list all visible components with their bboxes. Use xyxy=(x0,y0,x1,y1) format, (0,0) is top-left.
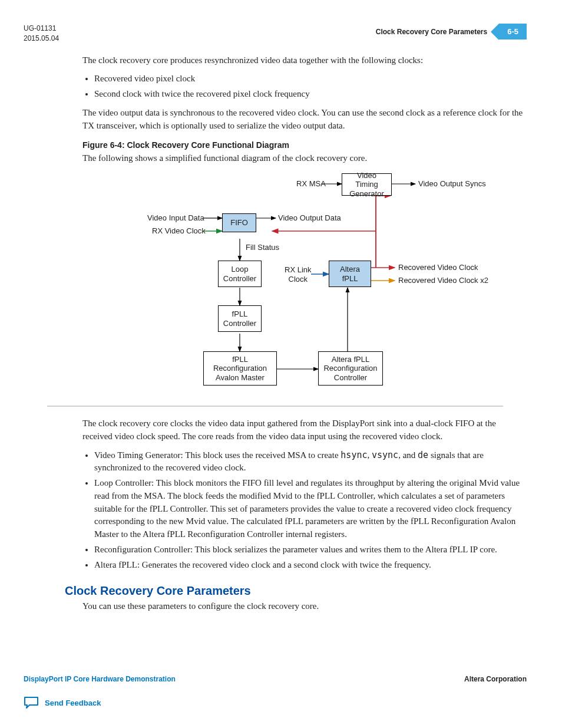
list-item: Video Timing Generator: This block uses … xyxy=(94,449,527,475)
list-item: Altera fPLL: Generates the recovered vid… xyxy=(94,559,527,572)
text-fragment: , xyxy=(367,450,372,460)
label-rx-msa: RX MSA xyxy=(296,179,326,188)
figure-intro: The following shows a simplified functio… xyxy=(82,152,527,165)
figure-caption: Figure 6-4: Clock Recovery Core Function… xyxy=(82,140,527,150)
label-video-output-data: Video Output Data xyxy=(278,213,341,222)
label-rx-link-clock: RX LinkClock xyxy=(285,265,312,284)
page-footer: DisplayPort IP Core Hardware Demonstrati… xyxy=(24,675,527,709)
speech-bubble-icon xyxy=(24,696,39,709)
label-video-input-data: Video Input Data xyxy=(147,213,204,222)
functional-diagram: Video TimingGenerator FIFO LoopControlle… xyxy=(100,171,513,401)
list-item: Loop Controller: This block monitors the… xyxy=(94,477,527,541)
footer-chapter-link[interactable]: DisplayPort IP Core Hardware Demonstrati… xyxy=(24,675,176,683)
box-video-timing-generator: Video TimingGenerator xyxy=(342,173,392,196)
box-altera-fpll-reconfig-controller: Altera fPLLReconfigurationController xyxy=(318,351,383,386)
intro-paragraph: The clock recovery core produces resynch… xyxy=(82,54,527,67)
section-intro: You can use these parameters to configur… xyxy=(82,600,527,613)
list-item: Recovered video pixel clock xyxy=(94,73,527,85)
box-altera-fpll: Altera fPLL xyxy=(329,261,371,287)
box-loop-controller: LoopController xyxy=(218,261,262,287)
page-header: UG-01131 2015.05.04 Clock Recovery Core … xyxy=(24,24,527,44)
intro-paragraph-2: The video output data is synchronous to … xyxy=(82,107,527,133)
label-recovered-video-clock-x2: Recovered Video Clock x2 xyxy=(398,276,488,285)
footer-company: Altera Corporation xyxy=(464,675,527,683)
label-video-output-syncs: Video Output Syncs xyxy=(418,179,486,188)
box-fifo: FIFO xyxy=(222,213,256,232)
doc-date: 2015.05.04 xyxy=(24,34,59,44)
header-section-title: Clock Recovery Core Parameters xyxy=(376,28,487,36)
label-fill-status: Fill Status xyxy=(246,243,279,252)
box-fpll-reconfig-master: fPLLReconfigurationAvalon Master xyxy=(203,351,277,386)
send-feedback-label: Send Feedback xyxy=(45,699,101,707)
description-bullet-list: Video Timing Generator: This block uses … xyxy=(94,449,527,572)
send-feedback-link[interactable]: Send Feedback xyxy=(24,696,527,709)
page-number-badge: 6-5 xyxy=(499,24,527,39)
section-heading: Clock Recovery Core Parameters xyxy=(65,584,527,598)
list-item: Second clock with twice the recovered pi… xyxy=(94,88,527,101)
label-recovered-video-clock: Recovered Video Clock xyxy=(398,263,478,272)
text-fragment: , and xyxy=(398,450,418,460)
label-rx-video-clock: RX Video Clock xyxy=(152,226,206,235)
after-figure-paragraph: The clock recovery core clocks the video… xyxy=(82,417,527,443)
text-fragment: Video Timing Generator: This block uses … xyxy=(94,450,340,460)
list-item: Reconfiguration Controller: This block s… xyxy=(94,543,527,556)
doc-number: UG-01131 xyxy=(24,24,59,34)
intro-bullet-list: Recovered video pixel clock Second clock… xyxy=(94,73,527,101)
figure-divider xyxy=(47,406,503,407)
box-fpll-controller: fPLLController xyxy=(218,305,262,332)
